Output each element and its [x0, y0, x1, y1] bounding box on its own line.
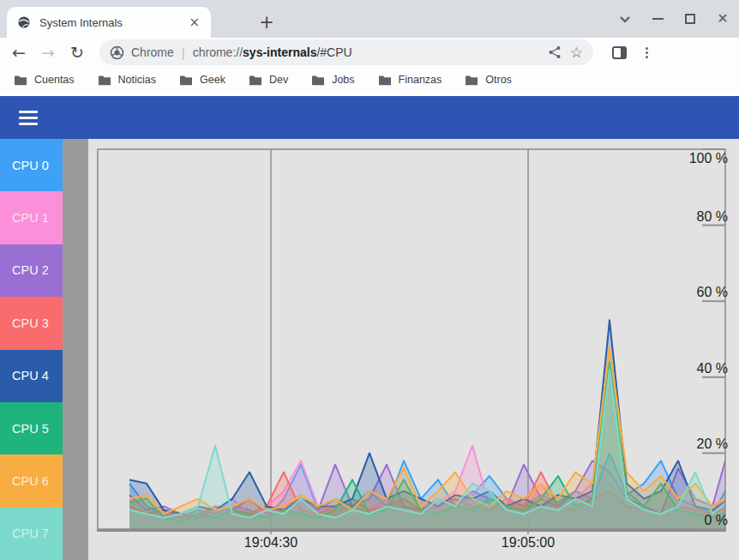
browser-tab[interactable]: System Internals × — [7, 7, 211, 38]
bookmark-folder-cuentas[interactable]: Cuentas — [14, 74, 75, 86]
chrome-logo-icon — [110, 45, 124, 60]
bookmark-folder-jobs[interactable]: Jobs — [311, 74, 354, 86]
maximize-icon — [685, 14, 695, 24]
minimize-icon — [652, 18, 664, 20]
svg-text:0 %: 0 % — [704, 513, 728, 527]
browser-toolbar: ← → ↻ Chrome | chrome://sys-internals/#C… — [0, 38, 739, 67]
sidebar-item-cpu1[interactable]: CPU 1 — [0, 191, 63, 244]
bookmark-folder-otros[interactable]: Otros — [465, 74, 512, 86]
chevron-down-icon[interactable] — [614, 8, 636, 30]
folder-icon — [465, 75, 478, 86]
forward-button[interactable]: → — [36, 40, 60, 64]
svg-text:80 %: 80 % — [697, 209, 728, 224]
address-bar[interactable]: Chrome | chrome://sys-internals/#CPU ☆ — [99, 39, 593, 65]
bookmark-folder-dev[interactable]: Dev — [249, 74, 288, 86]
side-panel-icon[interactable] — [612, 46, 627, 59]
folder-icon — [378, 75, 392, 86]
cpu-sidebar: CPU 0 CPU 1 CPU 2 CPU 3 CPU 4 CPU 5 CPU … — [0, 139, 63, 560]
bookmarks-bar: Cuentas Noticias Geek Dev Jobs Finanzas … — [0, 67, 739, 93]
bookmark-folder-noticias[interactable]: Noticias — [98, 74, 156, 86]
minimize-button[interactable] — [646, 8, 669, 30]
folder-icon — [311, 75, 325, 86]
bookmark-folder-geek[interactable]: Geek — [179, 74, 225, 86]
hamburger-menu-icon[interactable] — [19, 107, 38, 129]
folder-icon — [14, 75, 27, 86]
sidebar-item-cpu5[interactable]: CPU 5 — [0, 402, 63, 455]
svg-text:60 %: 60 % — [697, 285, 728, 299]
folder-icon — [249, 75, 262, 86]
sidebar-item-cpu7[interactable]: CPU 7 — [0, 508, 63, 560]
maximize-button[interactable] — [679, 8, 701, 30]
close-window-button[interactable]: ✕ — [712, 8, 734, 30]
url-text[interactable]: chrome://sys-internals/#CPU — [193, 45, 539, 59]
svg-text:20 %: 20 % — [697, 437, 728, 451]
menu-kebab-icon[interactable] — [642, 44, 652, 62]
sidebar-item-cpu6[interactable]: CPU 6 — [0, 455, 63, 507]
site-label: Chrome — [131, 45, 174, 59]
svg-text:19:05:00: 19:05:00 — [502, 535, 555, 550]
cpu-usage-chart[interactable]: 100 %80 %60 %40 %20 %0 %19:04:3019:05:00 — [88, 139, 739, 560]
sidebar-item-cpu4[interactable]: CPU 4 — [0, 350, 63, 402]
folder-icon — [98, 75, 111, 86]
reload-button[interactable]: ↻ — [65, 40, 89, 64]
globe-icon — [17, 15, 31, 29]
sys-internals-header — [0, 96, 739, 139]
svg-text:100 %: 100 % — [689, 151, 728, 166]
share-icon[interactable] — [548, 45, 562, 59]
tab-strip: System Internals × + ✕ — [0, 0, 739, 38]
bookmark-folder-finanzas[interactable]: Finanzas — [378, 74, 442, 86]
tab-close-icon[interactable]: × — [186, 15, 202, 30]
tab-title: System Internals — [39, 16, 186, 29]
folder-icon — [179, 75, 193, 86]
sidebar-item-cpu2[interactable]: CPU 2 — [0, 244, 63, 297]
svg-text:40 %: 40 % — [697, 361, 728, 376]
close-icon: ✕ — [717, 12, 728, 26]
new-tab-button[interactable]: + — [254, 10, 279, 34]
omnibox-divider: | — [182, 45, 185, 60]
svg-text:19:04:30: 19:04:30 — [244, 535, 297, 550]
bookmark-star-icon[interactable]: ☆ — [570, 44, 583, 61]
sidebar-scrollbar[interactable] — [63, 139, 88, 560]
sidebar-item-cpu3[interactable]: CPU 3 — [0, 297, 63, 349]
sidebar-item-cpu0[interactable]: CPU 0 — [0, 139, 63, 191]
back-button[interactable]: ← — [7, 40, 31, 64]
